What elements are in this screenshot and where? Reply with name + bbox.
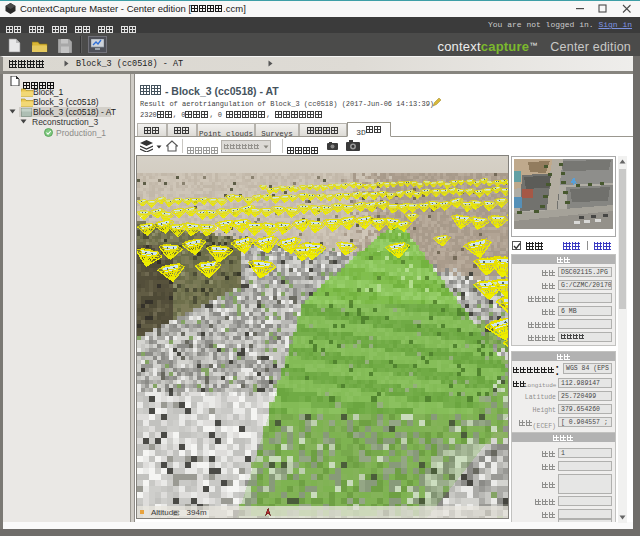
svg-text:Altitude: 394m: Altitude: 394m <box>151 508 207 517</box>
